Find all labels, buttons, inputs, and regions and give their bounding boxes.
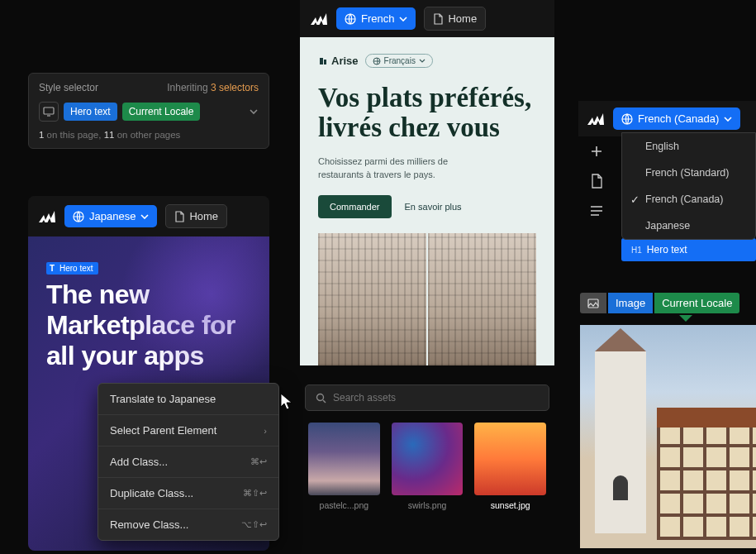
badge-image[interactable]: Image [608, 293, 653, 313]
hero-subtitle[interactable]: Choisissez parmi des milliers de restaur… [318, 155, 483, 182]
device-icon[interactable] [39, 102, 59, 122]
sidebar [578, 132, 615, 230]
brand-logo[interactable]: Arise [318, 55, 359, 67]
context-menu: Translate to Japanese Select Parent Elem… [97, 383, 279, 541]
language-label: French [361, 12, 394, 25]
menu-add-class[interactable]: Add Class...⌘↩ [98, 447, 278, 478]
menu-select-parent[interactable]: Select Parent Element› [98, 415, 278, 447]
search-icon [316, 393, 326, 404]
lang-option-french-ca[interactable]: French (Canada) [622, 186, 755, 213]
svg-point-4 [317, 394, 324, 400]
hero-text[interactable]: The new Marketplace for all your apps [46, 279, 251, 370]
svg-rect-0 [44, 107, 54, 114]
globe-icon [621, 113, 633, 125]
class-tag-hero[interactable]: Hero text [64, 103, 117, 121]
link-button[interactable]: En savoir plus [405, 202, 462, 212]
page-icon [433, 13, 443, 25]
page-icon[interactable] [587, 172, 606, 190]
pointer-icon [679, 315, 692, 322]
home-label: Home [448, 12, 477, 25]
asset-item-selected[interactable]: sunset.jpg [474, 423, 546, 510]
asset-item[interactable]: pastelc...png [308, 423, 380, 510]
topbar: French Home [300, 0, 554, 37]
chevron-down-icon[interactable] [249, 108, 259, 115]
chevron-down-icon [140, 214, 149, 219]
search-input[interactable] [305, 384, 549, 411]
asset-thumb [474, 423, 546, 495]
menu-duplicate-class[interactable]: Duplicate Class...⌘⇧↩ [98, 478, 278, 509]
asset-thumb [392, 423, 464, 495]
locale-image[interactable] [580, 325, 756, 548]
inheriting-count[interactable]: 3 selectors [211, 82, 259, 93]
image-type-icon[interactable] [580, 293, 606, 313]
add-icon[interactable] [587, 142, 606, 160]
lang-option-english[interactable]: English [622, 133, 755, 160]
webflow-logo-icon[interactable] [310, 10, 328, 28]
inheriting-label: Inheriting 3 selectors [167, 82, 259, 93]
chevron-down-icon [724, 117, 732, 122]
style-selector-title: Style selector [39, 82, 98, 93]
hero-image [318, 233, 536, 365]
page-icon [174, 211, 184, 222]
language-selector[interactable]: Japanese [64, 205, 157, 227]
menu-translate[interactable]: Translate to Japanese [98, 384, 278, 415]
home-button[interactable]: Home [165, 204, 227, 228]
assets-panel: pastelc...png swirls.png sunset.jpg [300, 384, 554, 510]
image-locale-panel: Image Current Locale [580, 293, 756, 548]
badge-locale[interactable]: Current Locale [654, 293, 739, 313]
style-selector-panel: Style selector Inheriting 3 selectors He… [28, 73, 269, 149]
primary-button[interactable]: Commander [318, 195, 392, 218]
selector-usage: 1 on this page, 11 on other pages [39, 130, 259, 140]
home-button[interactable]: Home [424, 7, 486, 31]
canvas[interactable]: Arise Français Vos plats préférés, livré… [300, 37, 554, 365]
lang-option-japanese[interactable]: Japanese [622, 213, 755, 239]
topbar: French (Canada) [578, 101, 756, 136]
language-selector[interactable]: French [336, 7, 416, 30]
globe-icon [345, 13, 356, 25]
element-label[interactable]: Hero text [46, 262, 98, 275]
lang-option-french-std[interactable]: French (Standard) [622, 160, 755, 186]
language-label: French (Canada) [638, 112, 719, 125]
menu-icon[interactable] [587, 202, 606, 220]
designer-panel-canada: French (Canada) [578, 101, 756, 136]
home-label: Home [189, 210, 218, 222]
locale-pill[interactable]: Français [365, 54, 433, 68]
hero-title[interactable]: Vos plats préférés, livrés chez vous [318, 83, 536, 143]
navigator-hero-row[interactable]: H1 Hero text [621, 238, 756, 261]
cursor-icon [279, 392, 294, 410]
language-label: Japanese [89, 210, 136, 222]
asset-item[interactable]: swirls.png [392, 423, 464, 510]
language-dropdown: English French (Standard) French (Canada… [621, 132, 756, 240]
webflow-logo-icon[interactable] [587, 110, 605, 128]
topbar: Japanese Home [28, 196, 269, 236]
designer-panel-french: French Home Arise Français Vos plats pré… [300, 0, 554, 365]
menu-remove-class[interactable]: Remove Class...⌥⇧↩ [98, 509, 278, 540]
asset-thumb [308, 423, 380, 495]
h1-badge: H1 [631, 246, 642, 255]
webflow-logo-icon[interactable] [38, 208, 56, 226]
chevron-down-icon [399, 17, 407, 21]
class-tag-locale[interactable]: Current Locale [122, 103, 201, 121]
language-selector[interactable]: French (Canada) [613, 107, 740, 130]
search-field[interactable] [333, 392, 539, 404]
globe-icon [73, 211, 84, 222]
